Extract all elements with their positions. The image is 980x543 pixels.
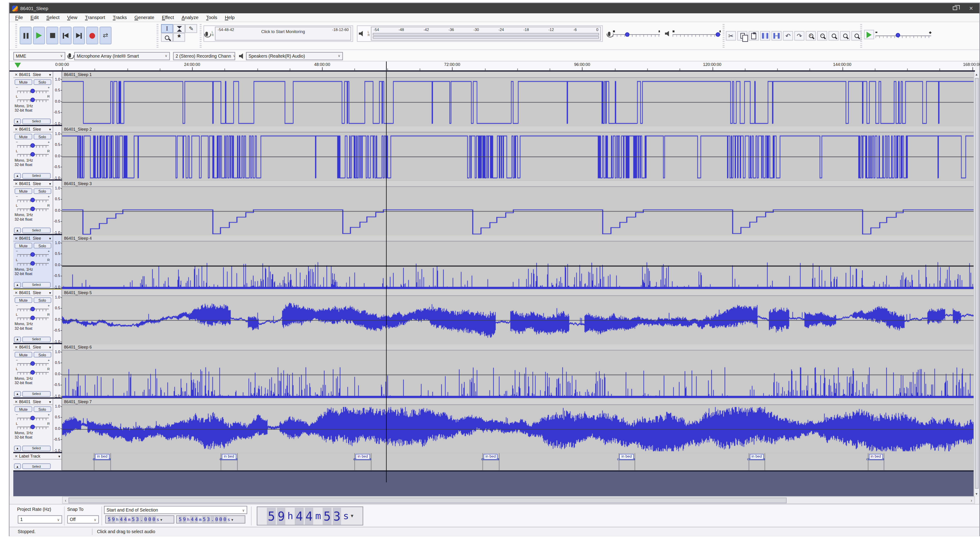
- trim-outside-selection-button[interactable]: [760, 31, 770, 40]
- skip-to-end-button[interactable]: [73, 27, 85, 44]
- gain-slider[interactable]: −+: [17, 86, 49, 94]
- label-right-handle[interactable]: ›: [883, 457, 885, 462]
- menu-item-tracks[interactable]: Tracks: [109, 13, 130, 22]
- record-button[interactable]: [86, 27, 98, 44]
- label-left-handle[interactable]: ‹: [866, 457, 868, 462]
- menu-item-help[interactable]: Help: [221, 13, 239, 22]
- playback-volume-slider[interactable]: [673, 30, 721, 37]
- play-at-speed-button[interactable]: [864, 30, 874, 39]
- selection-end-field[interactable]: 59h44m53.000s▼: [176, 515, 245, 524]
- label-left-handle[interactable]: ‹: [219, 457, 221, 462]
- scroll-right-icon[interactable]: ›: [969, 497, 974, 503]
- close-track-icon[interactable]: ✕: [13, 182, 19, 186]
- track-menu-caret-icon[interactable]: ▼: [48, 236, 52, 240]
- project-rate-dropdown[interactable]: 1: [18, 515, 62, 524]
- vertical-scale-ruler[interactable]: 1.00.50.0-0.5-1.0: [52, 72, 62, 125]
- track-menu-caret-icon[interactable]: ▼: [48, 345, 52, 349]
- zoom-tool-button[interactable]: [161, 33, 173, 42]
- snap-to-dropdown[interactable]: Off: [67, 515, 99, 524]
- track-select-button[interactable]: Select: [22, 282, 51, 287]
- collapse-track-icon[interactable]: ▲: [14, 445, 21, 451]
- silence-selection-button[interactable]: [772, 31, 782, 40]
- mute-button[interactable]: Mute: [14, 188, 32, 194]
- label-right-handle[interactable]: ›: [370, 457, 372, 462]
- label-left-handle[interactable]: ‹: [617, 457, 619, 462]
- clip-title[interactable]: 86401_Sleep 3: [62, 181, 975, 187]
- solo-button[interactable]: Solo: [33, 406, 51, 412]
- label-track-body[interactable]: ‹›in bed‹›in bed‹›in bed‹›in bed‹›in bed…: [62, 453, 975, 470]
- dropdown-caret-icon[interactable]: ▼: [351, 513, 353, 518]
- clip-title[interactable]: 86401_Sleep 2: [62, 126, 975, 132]
- clip-title[interactable]: 86401_Sleep 6: [62, 344, 975, 350]
- label-text[interactable]: in bed: [484, 454, 498, 459]
- track-menu-caret-icon[interactable]: ▼: [48, 127, 52, 131]
- scroll-down-icon[interactable]: ▼: [974, 491, 978, 497]
- collapse-track-icon[interactable]: ▲: [14, 282, 21, 287]
- label-text[interactable]: in bed: [95, 454, 109, 459]
- stop-button[interactable]: [46, 27, 58, 44]
- waveform-canvas[interactable]: [62, 132, 975, 181]
- waveform-area[interactable]: 86401_Sleep 3: [62, 181, 975, 234]
- menu-item-transport[interactable]: Transport: [81, 13, 109, 22]
- collapse-track-icon[interactable]: ▲: [14, 463, 21, 469]
- play-button[interactable]: [33, 27, 45, 44]
- envelope-tool-button[interactable]: [173, 24, 185, 33]
- track-select-button[interactable]: Select: [22, 227, 51, 233]
- vertical-scale-ruler[interactable]: 1.00.50.0-0.5-1.0: [52, 181, 62, 234]
- close-track-icon[interactable]: ✕: [13, 345, 19, 349]
- waveform-canvas[interactable]: [62, 296, 975, 344]
- pan-slider[interactable]: LR: [17, 258, 49, 266]
- clip-title[interactable]: 86401_Sleep 7: [62, 398, 975, 405]
- meter-monitoring-hint[interactable]: Click to Start Monitoring: [216, 29, 350, 33]
- menu-item-tools[interactable]: Tools: [202, 13, 221, 22]
- dropdown-caret-icon[interactable]: ▼: [160, 518, 162, 521]
- mute-button[interactable]: Mute: [14, 406, 32, 412]
- waveform-area[interactable]: 86401_Sleep 2: [62, 126, 975, 179]
- waveform-area[interactable]: 86401_Sleep 1: [62, 72, 975, 125]
- mute-button[interactable]: Mute: [14, 79, 32, 85]
- track-select-button[interactable]: Select: [22, 173, 51, 178]
- scroll-up-icon[interactable]: ▲: [974, 72, 978, 77]
- track-panel-title[interactable]: 86401_Slee: [19, 72, 48, 77]
- collapse-track-icon[interactable]: ▲: [14, 118, 21, 124]
- track-panel-title[interactable]: 86401_Slee: [19, 236, 48, 240]
- vertical-scale-ruler[interactable]: 1.00.50.0-0.5-1.0: [52, 398, 62, 452]
- label-right-handle[interactable]: ›: [236, 457, 238, 462]
- waveform-area[interactable]: 86401_Sleep 7: [62, 398, 975, 452]
- recording-volume-slider[interactable]: [613, 30, 660, 37]
- gain-slider[interactable]: −+: [17, 195, 49, 203]
- close-track-icon[interactable]: ✕: [13, 236, 19, 240]
- pause-button[interactable]: [20, 27, 32, 44]
- audio-position-display[interactable]: 59h44m53s▼: [257, 506, 363, 525]
- recording-device-dropdown[interactable]: Microphone Array (Intel® Smart: [74, 52, 170, 60]
- multi-tool-button[interactable]: *: [173, 33, 185, 42]
- toolbar-grip[interactable]: [860, 24, 862, 48]
- toolbar-grip[interactable]: [200, 24, 202, 48]
- playback-device-dropdown[interactable]: Speakers (Realtek(R) Audio): [246, 52, 343, 60]
- vertical-scale-ruler[interactable]: 1.00.50.0-0.5-1.0: [52, 126, 62, 179]
- cut-button[interactable]: ✂: [726, 31, 736, 40]
- audio-host-dropdown[interactable]: MME: [13, 52, 65, 60]
- skip-to-start-button[interactable]: [60, 27, 72, 44]
- waveform-canvas[interactable]: [62, 350, 975, 399]
- selection-tool-button[interactable]: I: [161, 24, 173, 33]
- track-panel-title[interactable]: 86401_Slee: [19, 182, 48, 186]
- gain-slider[interactable]: −+: [17, 304, 49, 312]
- redo-button[interactable]: ↷: [794, 31, 804, 40]
- undo-button[interactable]: ↶: [783, 31, 793, 40]
- clip-title[interactable]: 86401_Sleep 1: [62, 72, 975, 78]
- vertical-scale-ruler[interactable]: 1.00.50.0-0.5-1.0: [52, 235, 62, 288]
- selection-mode-dropdown[interactable]: Start and End of Selection: [104, 506, 247, 514]
- label-right-handle[interactable]: ›: [634, 457, 635, 462]
- waveform-canvas[interactable]: [62, 405, 975, 453]
- label-text[interactable]: in bed: [749, 454, 764, 459]
- vertical-scale-ruler[interactable]: 1.00.50.0-0.5-1.0: [52, 290, 62, 343]
- solo-button[interactable]: Solo: [33, 188, 51, 194]
- recording-channels-dropdown[interactable]: 2 (Stereo) Recording Chann: [173, 52, 235, 60]
- pan-slider[interactable]: LR: [17, 312, 49, 321]
- zoom-out-button[interactable]: −: [817, 31, 827, 40]
- horizontal-scrollbar-thumb[interactable]: [68, 498, 787, 503]
- waveform-canvas[interactable]: [62, 242, 975, 290]
- label-left-handle[interactable]: ‹: [353, 457, 355, 462]
- menu-item-edit[interactable]: Edit: [27, 13, 43, 22]
